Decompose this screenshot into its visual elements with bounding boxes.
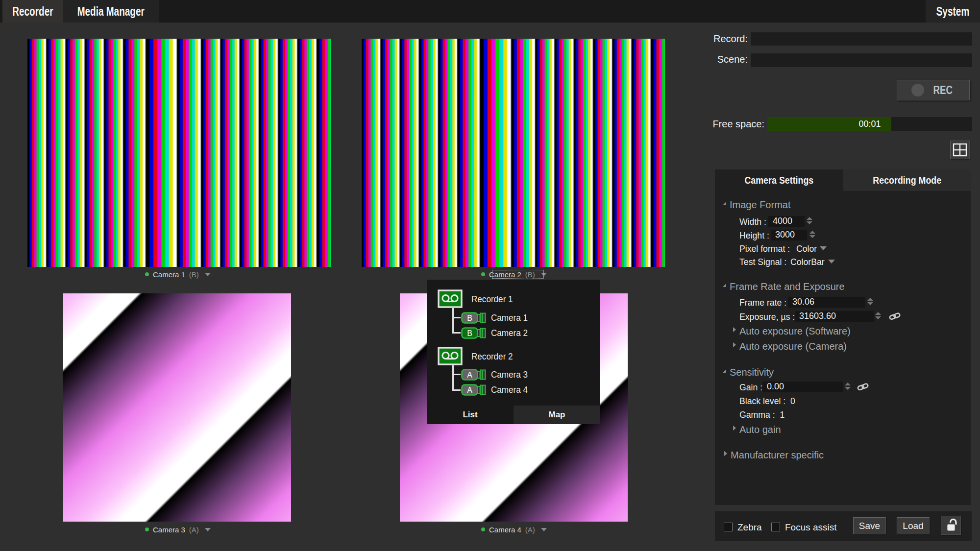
svg-text:A: A [467,386,472,394]
svg-text:B: B [467,329,472,337]
svg-text:A: A [467,371,472,379]
svg-text:B: B [467,314,472,322]
